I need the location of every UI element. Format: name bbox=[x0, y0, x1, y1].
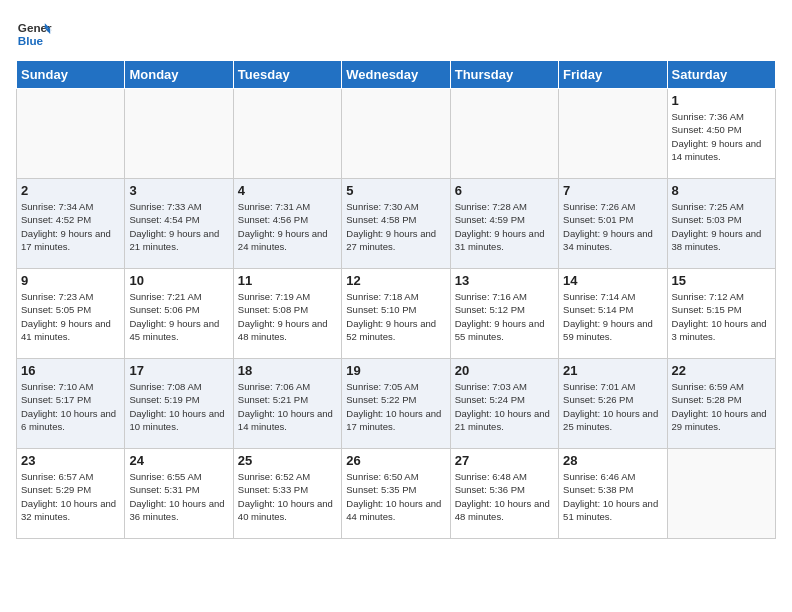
calendar-day-cell: 7Sunrise: 7:26 AM Sunset: 5:01 PM Daylig… bbox=[559, 179, 667, 269]
page-header: General Blue bbox=[16, 16, 776, 52]
calendar-day-cell: 4Sunrise: 7:31 AM Sunset: 4:56 PM Daylig… bbox=[233, 179, 341, 269]
calendar-day-cell bbox=[233, 89, 341, 179]
day-info: Sunrise: 6:57 AM Sunset: 5:29 PM Dayligh… bbox=[21, 470, 120, 523]
day-number: 26 bbox=[346, 453, 445, 468]
calendar-day-cell: 5Sunrise: 7:30 AM Sunset: 4:58 PM Daylig… bbox=[342, 179, 450, 269]
calendar-day-cell: 27Sunrise: 6:48 AM Sunset: 5:36 PM Dayli… bbox=[450, 449, 558, 539]
logo: General Blue bbox=[16, 16, 52, 52]
day-number: 22 bbox=[672, 363, 771, 378]
day-info: Sunrise: 7:23 AM Sunset: 5:05 PM Dayligh… bbox=[21, 290, 120, 343]
calendar-day-cell bbox=[559, 89, 667, 179]
calendar-day-cell: 18Sunrise: 7:06 AM Sunset: 5:21 PM Dayli… bbox=[233, 359, 341, 449]
day-info: Sunrise: 6:50 AM Sunset: 5:35 PM Dayligh… bbox=[346, 470, 445, 523]
calendar-day-cell: 9Sunrise: 7:23 AM Sunset: 5:05 PM Daylig… bbox=[17, 269, 125, 359]
calendar-day-cell: 28Sunrise: 6:46 AM Sunset: 5:38 PM Dayli… bbox=[559, 449, 667, 539]
day-info: Sunrise: 7:19 AM Sunset: 5:08 PM Dayligh… bbox=[238, 290, 337, 343]
day-info: Sunrise: 7:10 AM Sunset: 5:17 PM Dayligh… bbox=[21, 380, 120, 433]
weekday-header: Thursday bbox=[450, 61, 558, 89]
calendar-day-cell: 1Sunrise: 7:36 AM Sunset: 4:50 PM Daylig… bbox=[667, 89, 775, 179]
weekday-header: Friday bbox=[559, 61, 667, 89]
day-info: Sunrise: 7:06 AM Sunset: 5:21 PM Dayligh… bbox=[238, 380, 337, 433]
day-number: 6 bbox=[455, 183, 554, 198]
calendar-day-cell: 11Sunrise: 7:19 AM Sunset: 5:08 PM Dayli… bbox=[233, 269, 341, 359]
day-number: 8 bbox=[672, 183, 771, 198]
calendar-week-row: 2Sunrise: 7:34 AM Sunset: 4:52 PM Daylig… bbox=[17, 179, 776, 269]
day-number: 20 bbox=[455, 363, 554, 378]
day-number: 19 bbox=[346, 363, 445, 378]
calendar-day-cell bbox=[125, 89, 233, 179]
day-info: Sunrise: 7:26 AM Sunset: 5:01 PM Dayligh… bbox=[563, 200, 662, 253]
day-number: 18 bbox=[238, 363, 337, 378]
calendar-day-cell: 8Sunrise: 7:25 AM Sunset: 5:03 PM Daylig… bbox=[667, 179, 775, 269]
day-info: Sunrise: 7:08 AM Sunset: 5:19 PM Dayligh… bbox=[129, 380, 228, 433]
calendar-day-cell: 20Sunrise: 7:03 AM Sunset: 5:24 PM Dayli… bbox=[450, 359, 558, 449]
calendar-day-cell bbox=[17, 89, 125, 179]
calendar-day-cell: 22Sunrise: 6:59 AM Sunset: 5:28 PM Dayli… bbox=[667, 359, 775, 449]
calendar-table: SundayMondayTuesdayWednesdayThursdayFrid… bbox=[16, 60, 776, 539]
day-number: 14 bbox=[563, 273, 662, 288]
calendar-day-cell: 21Sunrise: 7:01 AM Sunset: 5:26 PM Dayli… bbox=[559, 359, 667, 449]
day-info: Sunrise: 7:28 AM Sunset: 4:59 PM Dayligh… bbox=[455, 200, 554, 253]
calendar-day-cell: 15Sunrise: 7:12 AM Sunset: 5:15 PM Dayli… bbox=[667, 269, 775, 359]
day-info: Sunrise: 7:21 AM Sunset: 5:06 PM Dayligh… bbox=[129, 290, 228, 343]
weekday-header: Wednesday bbox=[342, 61, 450, 89]
weekday-header: Saturday bbox=[667, 61, 775, 89]
day-info: Sunrise: 7:31 AM Sunset: 4:56 PM Dayligh… bbox=[238, 200, 337, 253]
day-number: 4 bbox=[238, 183, 337, 198]
day-info: Sunrise: 7:05 AM Sunset: 5:22 PM Dayligh… bbox=[346, 380, 445, 433]
calendar-week-row: 23Sunrise: 6:57 AM Sunset: 5:29 PM Dayli… bbox=[17, 449, 776, 539]
day-number: 1 bbox=[672, 93, 771, 108]
calendar-day-cell: 26Sunrise: 6:50 AM Sunset: 5:35 PM Dayli… bbox=[342, 449, 450, 539]
day-number: 25 bbox=[238, 453, 337, 468]
day-number: 2 bbox=[21, 183, 120, 198]
calendar-header-row: SundayMondayTuesdayWednesdayThursdayFrid… bbox=[17, 61, 776, 89]
calendar-day-cell: 14Sunrise: 7:14 AM Sunset: 5:14 PM Dayli… bbox=[559, 269, 667, 359]
day-info: Sunrise: 7:34 AM Sunset: 4:52 PM Dayligh… bbox=[21, 200, 120, 253]
weekday-header: Tuesday bbox=[233, 61, 341, 89]
day-info: Sunrise: 6:59 AM Sunset: 5:28 PM Dayligh… bbox=[672, 380, 771, 433]
calendar-day-cell bbox=[450, 89, 558, 179]
day-info: Sunrise: 6:46 AM Sunset: 5:38 PM Dayligh… bbox=[563, 470, 662, 523]
calendar-day-cell: 24Sunrise: 6:55 AM Sunset: 5:31 PM Dayli… bbox=[125, 449, 233, 539]
day-number: 13 bbox=[455, 273, 554, 288]
day-number: 12 bbox=[346, 273, 445, 288]
day-info: Sunrise: 7:18 AM Sunset: 5:10 PM Dayligh… bbox=[346, 290, 445, 343]
calendar-day-cell: 23Sunrise: 6:57 AM Sunset: 5:29 PM Dayli… bbox=[17, 449, 125, 539]
calendar-day-cell: 2Sunrise: 7:34 AM Sunset: 4:52 PM Daylig… bbox=[17, 179, 125, 269]
weekday-header: Monday bbox=[125, 61, 233, 89]
day-number: 9 bbox=[21, 273, 120, 288]
calendar-day-cell bbox=[342, 89, 450, 179]
logo-icon: General Blue bbox=[16, 16, 52, 52]
day-info: Sunrise: 7:36 AM Sunset: 4:50 PM Dayligh… bbox=[672, 110, 771, 163]
day-number: 11 bbox=[238, 273, 337, 288]
day-number: 17 bbox=[129, 363, 228, 378]
day-info: Sunrise: 6:55 AM Sunset: 5:31 PM Dayligh… bbox=[129, 470, 228, 523]
calendar-day-cell: 25Sunrise: 6:52 AM Sunset: 5:33 PM Dayli… bbox=[233, 449, 341, 539]
calendar-day-cell: 13Sunrise: 7:16 AM Sunset: 5:12 PM Dayli… bbox=[450, 269, 558, 359]
calendar-day-cell: 12Sunrise: 7:18 AM Sunset: 5:10 PM Dayli… bbox=[342, 269, 450, 359]
calendar-week-row: 1Sunrise: 7:36 AM Sunset: 4:50 PM Daylig… bbox=[17, 89, 776, 179]
day-info: Sunrise: 6:52 AM Sunset: 5:33 PM Dayligh… bbox=[238, 470, 337, 523]
calendar-day-cell: 3Sunrise: 7:33 AM Sunset: 4:54 PM Daylig… bbox=[125, 179, 233, 269]
calendar-day-cell bbox=[667, 449, 775, 539]
day-info: Sunrise: 7:14 AM Sunset: 5:14 PM Dayligh… bbox=[563, 290, 662, 343]
calendar-week-row: 9Sunrise: 7:23 AM Sunset: 5:05 PM Daylig… bbox=[17, 269, 776, 359]
day-number: 3 bbox=[129, 183, 228, 198]
calendar-day-cell: 17Sunrise: 7:08 AM Sunset: 5:19 PM Dayli… bbox=[125, 359, 233, 449]
calendar-day-cell: 19Sunrise: 7:05 AM Sunset: 5:22 PM Dayli… bbox=[342, 359, 450, 449]
day-info: Sunrise: 7:01 AM Sunset: 5:26 PM Dayligh… bbox=[563, 380, 662, 433]
day-info: Sunrise: 7:12 AM Sunset: 5:15 PM Dayligh… bbox=[672, 290, 771, 343]
day-number: 7 bbox=[563, 183, 662, 198]
day-info: Sunrise: 7:03 AM Sunset: 5:24 PM Dayligh… bbox=[455, 380, 554, 433]
day-info: Sunrise: 7:16 AM Sunset: 5:12 PM Dayligh… bbox=[455, 290, 554, 343]
calendar-day-cell: 6Sunrise: 7:28 AM Sunset: 4:59 PM Daylig… bbox=[450, 179, 558, 269]
day-number: 24 bbox=[129, 453, 228, 468]
day-number: 10 bbox=[129, 273, 228, 288]
day-info: Sunrise: 7:30 AM Sunset: 4:58 PM Dayligh… bbox=[346, 200, 445, 253]
day-number: 28 bbox=[563, 453, 662, 468]
svg-text:Blue: Blue bbox=[18, 34, 44, 47]
day-info: Sunrise: 6:48 AM Sunset: 5:36 PM Dayligh… bbox=[455, 470, 554, 523]
weekday-header: Sunday bbox=[17, 61, 125, 89]
day-info: Sunrise: 7:33 AM Sunset: 4:54 PM Dayligh… bbox=[129, 200, 228, 253]
day-number: 21 bbox=[563, 363, 662, 378]
